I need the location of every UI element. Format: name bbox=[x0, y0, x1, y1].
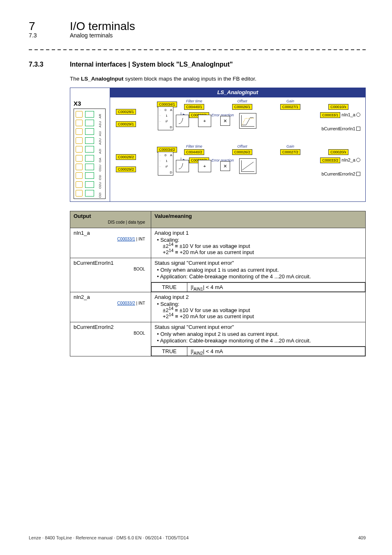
output-nin2a: nIn2_a bbox=[341, 157, 355, 162]
code-c00440-1: C00440/1 bbox=[184, 104, 204, 110]
terminal-icon bbox=[76, 137, 83, 144]
terminal-icon bbox=[85, 172, 94, 179]
terminal-icon bbox=[85, 146, 94, 153]
value-text: +2 bbox=[163, 249, 169, 255]
mux-d: D bbox=[170, 171, 172, 174]
terminal-label: O1U bbox=[98, 162, 102, 171]
chapter-title: I/O terminals bbox=[70, 20, 135, 33]
terminal-label: O2U bbox=[98, 180, 102, 189]
chapter-number: 7 bbox=[29, 20, 70, 33]
value-text: 14 bbox=[168, 242, 173, 247]
code-c00027-2: C00027/2 bbox=[280, 149, 300, 155]
terminal-icon bbox=[85, 181, 94, 188]
terminal-icon bbox=[85, 164, 94, 170]
value-text: ≡ ±10 V for use as voltage input bbox=[173, 243, 250, 249]
footer-text: Lenze · 8400 TopLine · Reference manual … bbox=[29, 535, 189, 540]
page-number: 409 bbox=[358, 535, 366, 540]
table-row: bCurrentErrorIn2 BOOL Status signal "Cur… bbox=[70, 322, 366, 356]
true-label: TRUE bbox=[152, 347, 187, 356]
output-bcurerr1: bCurrentErrorIn1 bbox=[321, 126, 355, 131]
terminal-label: O1I bbox=[98, 171, 102, 180]
value-text: ≡ +20 mA for use as current input bbox=[173, 313, 254, 319]
terminal-icon bbox=[85, 137, 94, 144]
terminal-icon bbox=[76, 181, 83, 188]
port-icon bbox=[356, 158, 360, 162]
dis-link-c00033-1[interactable]: C00033/1 bbox=[117, 237, 135, 241]
th-dis: DIS code | data type bbox=[74, 219, 148, 226]
type-bool: BOOL bbox=[134, 267, 145, 271]
offset-label: Offset bbox=[232, 144, 252, 148]
terminal-icon bbox=[76, 120, 83, 126]
offset-icon: + bbox=[198, 115, 211, 127]
value-text: 14 bbox=[168, 306, 173, 311]
th-value: Value/meaning bbox=[151, 211, 366, 228]
gain-icon: × bbox=[220, 116, 230, 126]
mux-icon: ┄0A ┄1 ┄t² D bbox=[158, 106, 173, 130]
terminal-label: GA bbox=[98, 154, 102, 162]
code-c00033-1: C00033/1 bbox=[320, 112, 340, 118]
gain-icon: × bbox=[220, 161, 230, 171]
value-text: +2 bbox=[163, 313, 169, 319]
code-c00440-2: C00440/2 bbox=[184, 149, 204, 155]
value-text: Scaling: ±214 ≡ ±10 V for use as voltage… bbox=[157, 301, 362, 319]
filter-icon bbox=[176, 115, 189, 127]
terminal-icon bbox=[76, 128, 83, 135]
terminal-icon bbox=[85, 190, 94, 197]
value-text: Analog input 2 bbox=[154, 294, 362, 300]
value-text: Status signal "Current input error" bbox=[154, 260, 362, 266]
type-int: INT bbox=[138, 237, 145, 241]
terminal-icon bbox=[76, 146, 83, 153]
terminal-label: A2I bbox=[98, 145, 102, 154]
terminal-icon bbox=[85, 111, 94, 118]
terminal-icon bbox=[85, 155, 94, 162]
filter-icon bbox=[176, 160, 189, 172]
code-c00028-1: C00028/1 bbox=[116, 109, 136, 115]
value-text: ≡ ±10 V for use as voltage input bbox=[173, 307, 250, 313]
value-text: ±2 bbox=[163, 243, 168, 249]
value-text: Analog input 1 bbox=[154, 230, 362, 236]
divider bbox=[29, 49, 366, 50]
x3-block: X3 AR A1U A1I A2U A2I GA O1U O1I O2U O2I bbox=[70, 97, 110, 201]
value-text: ±2 bbox=[163, 307, 168, 313]
intro-suffix: system block maps the analog inputs in t… bbox=[124, 76, 256, 82]
terminal-icon bbox=[85, 128, 94, 135]
code-c00026-1: C00026/1 bbox=[232, 104, 252, 110]
output-bcurerr2: bCurrentErrorIn2 bbox=[321, 171, 355, 176]
type-int: INT bbox=[138, 301, 145, 305]
terminal-label: A1U bbox=[98, 118, 102, 127]
port-icon bbox=[356, 172, 360, 176]
mux-t2: t² bbox=[166, 120, 168, 123]
mux-0: 0 bbox=[165, 153, 166, 157]
mux-1: 1 bbox=[166, 159, 167, 163]
curve-icon bbox=[239, 113, 256, 129]
code-c00026-2: C00026/2 bbox=[232, 149, 252, 155]
curve-icon bbox=[239, 158, 256, 174]
table-row: bCurrentErrorIn1 BOOL Status signal "Cur… bbox=[70, 258, 366, 292]
dis-link-c00033-2[interactable]: C00033/2 bbox=[117, 301, 135, 305]
terminal-icon bbox=[76, 155, 83, 162]
output-table: Output DIS code | data type Value/meanin… bbox=[70, 211, 366, 356]
row-name: nIn2_a bbox=[74, 294, 148, 300]
value-text: Only when analog input 2 is used as curr… bbox=[157, 331, 362, 337]
offset-icon: + bbox=[198, 160, 211, 172]
diagram: LS_AnalogInput X3 AR A1U A1I A2U A2I GA … bbox=[70, 88, 366, 202]
code-c00027-1: C00027/1 bbox=[280, 104, 300, 110]
code-c00028-2: C00028/2 bbox=[116, 154, 136, 160]
filter-time-label: Filter time bbox=[184, 99, 204, 103]
row-name: nIn1_a bbox=[74, 230, 148, 236]
value-text: 14 bbox=[169, 248, 174, 253]
gain-label: Gain bbox=[280, 144, 300, 148]
value-text: 14 bbox=[169, 312, 174, 317]
channel-2: Filter timeC00440/2 OffsetC00026/2 GainC… bbox=[113, 144, 362, 190]
channel-1: Filter timeC00440/1 OffsetC00026/1 GainC… bbox=[113, 99, 362, 144]
intro-bold: LS_AnalogInput bbox=[81, 76, 124, 82]
code-c00033-2: C00033/2 bbox=[320, 157, 340, 163]
row-name: bCurrentErrorIn2 bbox=[74, 324, 148, 330]
sep: | bbox=[135, 301, 138, 305]
output-nin1a: nIn1_a bbox=[341, 112, 355, 117]
intro-text: The LS_AnalogInput system block maps the… bbox=[70, 76, 366, 82]
code-c00020x: C00020/x bbox=[328, 149, 348, 155]
filter-time-label: Filter time bbox=[184, 144, 204, 148]
mux-d: D bbox=[170, 125, 172, 129]
true-condition: |IAIN1| < 4 mA bbox=[187, 283, 365, 292]
